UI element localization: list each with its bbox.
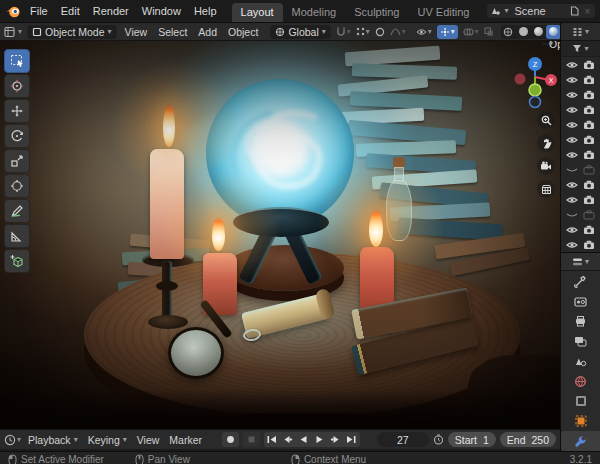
editor-timeline-icon[interactable]: ▾: [4, 434, 21, 446]
outliner-row[interactable]: [561, 162, 600, 177]
proportional-editing-icon[interactable]: [375, 27, 385, 37]
camera-view-icon[interactable]: [537, 157, 555, 175]
menu-view[interactable]: View: [134, 434, 163, 446]
keying-set-button[interactable]: [243, 432, 260, 447]
tab-object-properties[interactable]: [561, 411, 600, 431]
tool-select-box[interactable]: [4, 49, 30, 73]
prev-keyframe-button[interactable]: [280, 432, 296, 447]
current-frame-field[interactable]: 27: [377, 432, 429, 447]
tab-modifiers[interactable]: [561, 431, 600, 451]
menu-edit[interactable]: Edit: [55, 3, 86, 19]
menu-file[interactable]: File: [24, 3, 54, 19]
editor-3d-viewport-icon[interactable]: ▾: [4, 26, 22, 38]
eye-icon: [566, 75, 578, 85]
tool-move[interactable]: [4, 99, 30, 123]
menu-render[interactable]: Render: [87, 3, 135, 19]
pan-hand-icon[interactable]: [537, 134, 555, 152]
properties-header[interactable]: ▾: [561, 253, 600, 271]
magnifying-glass[interactable]: [168, 327, 224, 379]
magnet-icon[interactable]: ▾: [336, 26, 351, 37]
outliner-row[interactable]: [561, 237, 600, 252]
new-scene-icon[interactable]: [570, 6, 579, 16]
shading-material-icon[interactable]: [531, 25, 546, 39]
options-dropdown[interactable]: Options▾: [542, 43, 556, 45]
outliner-row[interactable]: [561, 57, 600, 72]
shading-rendered-icon[interactable]: [546, 25, 561, 39]
outliner-row[interactable]: [561, 102, 600, 117]
outliner-row[interactable]: [561, 222, 600, 237]
orientation-dropdown[interactable]: Global▾: [270, 25, 330, 39]
outliner-header[interactable]: ▾: [561, 23, 600, 41]
outliner-row[interactable]: [561, 177, 600, 192]
jump-to-start-button[interactable]: [264, 432, 280, 447]
menu-help[interactable]: Help: [188, 3, 223, 19]
snap-with-icon[interactable]: ▾: [356, 27, 370, 36]
menu-window[interactable]: Window: [136, 3, 187, 19]
tab-output[interactable]: [561, 311, 600, 331]
eye-icon: [566, 195, 578, 205]
auto-keying-button[interactable]: [222, 432, 239, 447]
menu-view[interactable]: View: [122, 26, 151, 38]
blender-logo[interactable]: [5, 4, 21, 19]
menu-add[interactable]: Add: [195, 26, 220, 38]
tab-object[interactable]: [561, 391, 600, 411]
outliner-row[interactable]: [561, 207, 600, 222]
play-reverse-button[interactable]: [296, 432, 312, 447]
tab-scene[interactable]: [561, 351, 600, 371]
show-gizmos-icon[interactable]: ▾: [437, 25, 458, 39]
tool-annotate[interactable]: [4, 199, 30, 223]
zoom-icon[interactable]: [537, 111, 555, 129]
shading-solid-icon[interactable]: [516, 25, 531, 39]
tool-measure[interactable]: [4, 224, 30, 248]
frame-end-field[interactable]: End250: [500, 432, 556, 447]
tab-view-layer[interactable]: [561, 331, 600, 351]
camera-icon: [583, 225, 595, 235]
mode-dropdown[interactable]: Object Mode▾: [27, 25, 117, 39]
menu-object[interactable]: Object: [225, 26, 261, 38]
navigation-gizmo[interactable]: Z X: [513, 55, 557, 111]
tool-cursor[interactable]: [4, 74, 30, 98]
outliner-row[interactable]: [561, 87, 600, 102]
object-type-visibility-icon[interactable]: ▾: [416, 27, 432, 37]
tab-world[interactable]: [561, 371, 600, 391]
gizmo-neg-x-axis: [515, 74, 526, 85]
next-keyframe-button[interactable]: [328, 432, 344, 447]
menu-keying[interactable]: Keying▾: [85, 434, 130, 446]
tab-render[interactable]: [561, 291, 600, 311]
play-button[interactable]: [312, 432, 328, 447]
properties-editor: ▾: [561, 252, 600, 451]
main-row: ▾ Object Mode▾ View Select Add Object Gl…: [0, 23, 600, 451]
scene-icon: [490, 6, 501, 16]
jump-to-end-button[interactable]: [344, 432, 360, 447]
tab-modeling[interactable]: Modeling: [283, 3, 346, 22]
timeline-header: ▾ Playback▾ Keying▾ View Marker: [0, 429, 560, 449]
falloff-curve-icon[interactable]: ▾: [390, 27, 406, 36]
menu-select[interactable]: Select: [155, 26, 190, 38]
tab-layout[interactable]: Layout: [232, 3, 283, 22]
toggle-projection-icon[interactable]: [537, 180, 555, 198]
stopwatch-icon[interactable]: [433, 434, 444, 445]
outliner-row[interactable]: [561, 192, 600, 207]
3d-viewport[interactable]: Z X Options▾: [0, 41, 560, 429]
outliner-filter[interactable]: ▾: [561, 41, 600, 57]
menu-marker[interactable]: Marker: [166, 434, 205, 446]
outliner-row[interactable]: [561, 132, 600, 147]
shading-wireframe-icon[interactable]: [501, 25, 516, 39]
tool-transform[interactable]: [4, 174, 30, 198]
tab-tool[interactable]: [561, 271, 600, 291]
tool-rotate[interactable]: [4, 124, 30, 148]
frame-start-field[interactable]: Start1: [448, 432, 496, 447]
show-overlays-icon[interactable]: ▾: [463, 27, 479, 37]
tool-add-cube[interactable]: [4, 249, 30, 273]
toggle-xray-icon[interactable]: [484, 27, 494, 37]
scene-selector[interactable]: ▾ Scene ×: [486, 3, 596, 19]
editor-outliner-icon: [572, 27, 583, 37]
outliner-row[interactable]: [561, 72, 600, 87]
tab-uv-editing[interactable]: UV Editing: [408, 3, 478, 22]
unlink-icon[interactable]: ×: [582, 6, 592, 17]
tool-scale[interactable]: [4, 149, 30, 173]
menu-playback[interactable]: Playback▾: [25, 434, 81, 446]
tab-sculpting[interactable]: Sculpting: [345, 3, 408, 22]
outliner-row[interactable]: [561, 147, 600, 162]
outliner-row[interactable]: [561, 117, 600, 132]
